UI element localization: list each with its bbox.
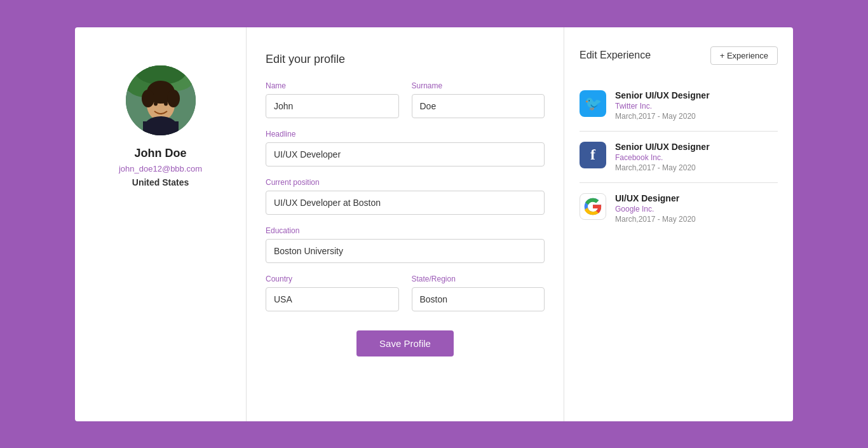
education-label: Education: [266, 226, 545, 235]
add-experience-button[interactable]: + Experience: [710, 46, 778, 65]
google-logo: [580, 193, 606, 220]
svg-rect-11: [143, 121, 179, 135]
education-group: Education: [266, 226, 545, 263]
google-company: Google Inc.: [615, 205, 778, 214]
twitter-job-title: Senior UI/UX Designer: [615, 90, 778, 100]
google-dates: March,2017 - May 2020: [615, 215, 778, 224]
name-label: Name: [266, 81, 399, 90]
education-input[interactable]: [266, 239, 545, 263]
save-profile-button[interactable]: Save Profile: [356, 330, 454, 356]
edit-experience-title: Edit Experience: [580, 50, 651, 61]
headline-label: Headline: [266, 130, 545, 139]
right-panel: Edit Experience + Experience 🐦 Senior UI…: [564, 27, 793, 421]
edit-profile-title: Edit your profile: [266, 53, 545, 66]
education-row: Education: [266, 226, 545, 263]
twitter-company: Twitter Inc.: [615, 102, 778, 111]
current-position-label: Current position: [266, 178, 545, 187]
country-input[interactable]: [266, 287, 399, 311]
facebook-dates: March,2017 - May 2020: [615, 163, 778, 172]
user-email: john_doe12@bbb.com: [119, 164, 202, 173]
state-input[interactable]: [412, 287, 545, 311]
twitter-dates: March,2017 - May 2020: [615, 112, 778, 121]
surname-label: Surname: [412, 81, 545, 90]
twitter-logo: 🐦: [580, 90, 606, 117]
svg-point-8: [154, 101, 158, 105]
svg-point-7: [167, 90, 180, 107]
headline-input[interactable]: [266, 142, 545, 166]
headline-row: Headline: [266, 130, 545, 166]
current-position-group: Current position: [266, 178, 545, 215]
current-position-row: Current position: [266, 178, 545, 215]
experience-item-google: UI/UX Designer Google Inc. March,2017 - …: [580, 183, 778, 234]
headline-group: Headline: [266, 130, 545, 166]
location-row: Country State/Region: [266, 275, 545, 311]
name-group: Name: [266, 81, 399, 118]
name-input[interactable]: [266, 94, 399, 118]
facebook-logo: f: [580, 142, 606, 168]
facebook-company: Facebook Inc.: [615, 153, 778, 162]
facebook-exp-details: Senior UI/UX Designer Facebook Inc. Marc…: [615, 142, 778, 172]
user-name: John Doe: [134, 147, 186, 160]
facebook-icon: f: [590, 146, 595, 163]
country-group: Country: [266, 275, 399, 311]
state-group: State/Region: [412, 275, 545, 311]
google-icon: [583, 196, 603, 217]
google-job-title: UI/UX Designer: [615, 193, 778, 203]
state-label: State/Region: [412, 275, 545, 283]
middle-panel: Edit your profile Name Surname Headline …: [247, 27, 564, 421]
svg-point-6: [142, 90, 154, 107]
current-position-input[interactable]: [266, 191, 545, 215]
facebook-job-title: Senior UI/UX Designer: [615, 142, 778, 152]
left-panel: John Doe john_doe12@bbb.com United State…: [75, 27, 247, 421]
surname-input[interactable]: [412, 94, 545, 118]
svg-point-9: [164, 101, 168, 105]
right-panel-header: Edit Experience + Experience: [580, 46, 778, 65]
twitter-exp-details: Senior UI/UX Designer Twitter Inc. March…: [615, 90, 778, 121]
country-label: Country: [266, 275, 399, 283]
google-exp-details: UI/UX Designer Google Inc. March,2017 - …: [615, 193, 778, 224]
avatar: [126, 65, 196, 135]
main-card: John Doe john_doe12@bbb.com United State…: [75, 27, 793, 421]
experience-item-facebook: f Senior UI/UX Designer Facebook Inc. Ma…: [580, 132, 778, 183]
user-location: United States: [132, 177, 189, 187]
name-row: Name Surname: [266, 81, 545, 118]
twitter-icon: 🐦: [585, 95, 602, 112]
experience-item-twitter: 🐦 Senior UI/UX Designer Twitter Inc. Mar…: [580, 80, 778, 132]
surname-group: Surname: [412, 81, 545, 118]
